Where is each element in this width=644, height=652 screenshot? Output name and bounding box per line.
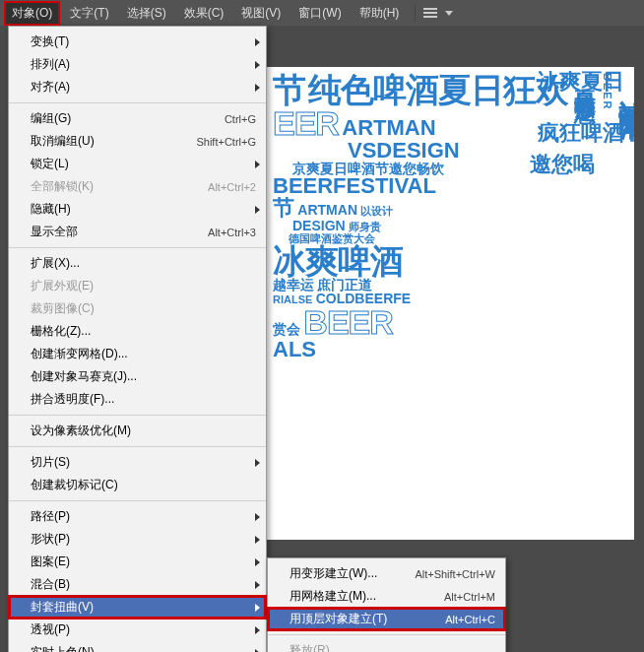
menu-item: 裁剪图像(C) [9,297,266,320]
menu-item-label: 对齐(A) [31,79,256,96]
menu-item-label: 裁剪图像(C) [31,300,256,317]
menu-item[interactable]: 隐藏(H) [9,198,266,221]
menu-item[interactable]: 图案(E) [9,551,266,573]
menu-item[interactable]: 创建裁切标记(C) [9,474,266,496]
menu-item[interactable]: 对齐(A) [9,76,266,98]
panel-menu-icon[interactable] [423,8,437,18]
menu-object[interactable]: 对象(O) [4,1,60,26]
menubar-extras [423,8,453,18]
menu-window[interactable]: 窗口(W) [290,1,349,26]
menu-type[interactable]: 文字(T) [62,1,116,26]
submenu-arrow-icon [255,581,260,589]
menu-item-label: 释放(R) [290,642,495,652]
menu-item-label: 切片(S) [31,454,256,471]
submenu-arrow-icon [255,38,260,46]
menu-item[interactable]: 编组(G)Ctrl+G [9,107,266,130]
menu-item-shortcut: Alt+Ctrl+3 [208,227,256,238]
menu-item[interactable]: 排列(A) [9,53,266,76]
submenu-arrow-icon [255,161,260,168]
submenu-arrow-icon [255,604,260,612]
menu-item[interactable]: 拼合透明度(F)... [9,388,266,411]
menu-item-label: 取消编组(U) [31,133,196,150]
menu-item[interactable]: 取消编组(U)Shift+Ctrl+G [9,130,266,153]
menu-item-label: 锁定(L) [31,156,256,172]
menu-effect[interactable]: 效果(C) [176,1,232,26]
menu-item[interactable]: 设为像素级优化(M) [9,420,266,442]
dropdown-icon[interactable] [445,11,453,16]
menu-item-label: 扩展(X)... [31,255,256,272]
menu-help[interactable]: 帮助(H) [352,1,408,26]
menu-item-label: 显示全部 [31,224,208,240]
menu-item-shortcut: Shift+Ctrl+G [196,136,256,148]
menu-item[interactable]: 用变形建立(W)...Alt+Shift+Ctrl+W [268,562,505,585]
menu-item[interactable]: 路径(P) [9,505,266,528]
menu-item[interactable]: 形状(P) [9,528,266,551]
menu-item-label: 隐藏(H) [31,201,256,218]
menu-item-label: 用变形建立(W)... [290,565,415,582]
menu-item-shortcut: Alt+Ctrl+2 [208,181,256,193]
submenu-arrow-icon [255,61,260,69]
menu-item-label: 混合(B) [31,576,256,593]
menu-item-label: 图案(E) [31,554,256,570]
menu-item-label: 实时上色(N) [31,644,256,652]
menu-item-label: 路径(P) [31,508,256,525]
menubar: 对象(O) 文字(T) 选择(S) 效果(C) 视图(V) 窗口(W) 帮助(H… [0,0,644,26]
menu-item: 全部解锁(K)Alt+Ctrl+2 [9,175,266,198]
submenu-arrow-icon [255,626,260,634]
menu-item[interactable]: 切片(S) [9,451,266,474]
menu-item-label: 透视(P) [31,621,256,638]
document-canvas[interactable]: 节 纯色啤酒夏日狂欢 EER ARTMAN VSDESIGN 京爽夏日啤酒节邀您… [267,67,634,540]
menu-item-label: 栅格化(Z)... [31,323,256,340]
menu-item[interactable]: 创建渐变网格(D)... [9,343,266,365]
menu-item-label: 扩展外观(E) [31,278,256,294]
menu-item[interactable]: 变换(T) [9,31,266,53]
submenu-arrow-icon [255,84,260,92]
menu-item-label: 编组(G) [31,110,225,127]
menu-item-label: 拼合透明度(F)... [31,391,256,408]
menu-item-label: 创建对象马赛克(J)... [31,368,256,385]
menu-item[interactable]: 创建对象马赛克(J)... [9,365,266,388]
submenu-arrow-icon [255,513,260,521]
menu-select[interactable]: 选择(S) [119,1,174,26]
artwork-text: 节 纯色啤酒夏日狂欢 EER ARTMAN VSDESIGN 京爽夏日啤酒节邀您… [267,67,634,366]
menu-item-shortcut: Ctrl+G [225,113,256,125]
submenu-arrow-icon [255,206,260,214]
menu-item-label: 变换(T) [31,33,256,50]
menu-item[interactable]: 透视(P) [9,619,266,641]
menu-item-shortcut: Alt+Shift+Ctrl+W [415,568,495,580]
menu-item[interactable]: 用网格建立(M)...Alt+Ctrl+M [268,585,505,608]
menu-item-label: 用顶层对象建立(T) [290,611,445,627]
menu-item[interactable]: 用顶层对象建立(T)Alt+Ctrl+C [268,608,505,630]
menu-item-shortcut: Alt+Ctrl+M [444,591,495,603]
menu-item-label: 创建渐变网格(D)... [31,346,256,362]
submenu-arrow-icon [255,649,260,653]
menu-item-label: 全部解锁(K) [31,178,208,195]
object-dropdown-menu: 变换(T)排列(A)对齐(A)编组(G)Ctrl+G取消编组(U)Shift+C… [8,26,267,652]
menu-item-label: 排列(A) [31,56,256,73]
menu-item-label: 设为像素级优化(M) [31,423,256,439]
menu-item[interactable]: 锁定(L) [9,153,266,175]
envelope-distort-submenu: 用变形建立(W)...Alt+Shift+Ctrl+W用网格建立(M)...Al… [267,557,506,652]
menu-item[interactable]: 栅格化(Z)... [9,320,266,343]
menu-item[interactable]: 实时上色(N) [9,641,266,652]
separator [415,4,416,22]
menu-item: 扩展外观(E) [9,275,266,297]
menu-item-label: 封套扭曲(V) [31,599,256,616]
menu-item-label: 创建裁切标记(C) [31,477,256,493]
submenu-arrow-icon [255,459,260,467]
menu-item[interactable]: 扩展(X)... [9,252,266,275]
menu-item[interactable]: 封套扭曲(V) [9,596,266,619]
menu-item[interactable]: 显示全部Alt+Ctrl+3 [9,221,266,243]
menu-item-label: 形状(P) [31,531,256,548]
submenu-arrow-icon [255,536,260,544]
menu-item-shortcut: Alt+Ctrl+C [445,614,495,625]
menu-item: 释放(R) [268,639,505,652]
menu-view[interactable]: 视图(V) [233,1,289,26]
menu-item[interactable]: 混合(B) [9,573,266,596]
submenu-arrow-icon [255,558,260,566]
menu-item-label: 用网格建立(M)... [290,588,444,605]
